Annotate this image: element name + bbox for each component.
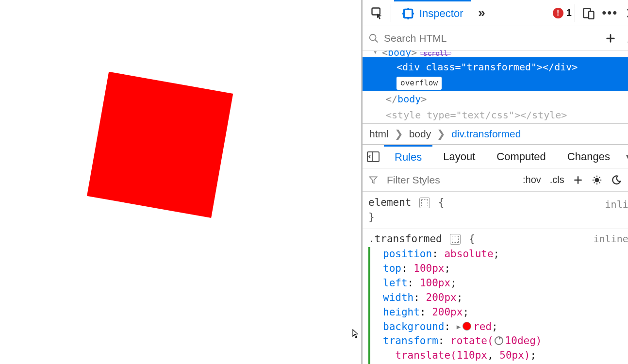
decl-width[interactable]: width: 200px; [383,291,628,305]
rule-selector: .transformed [368,233,442,245]
tree-row[interactable]: </body> [363,91,628,107]
close-icon[interactable] [621,2,628,24]
rules-pane[interactable]: inline element { } inline:2 .transformed… [363,192,628,364]
rule-transformed[interactable]: inline:2 .transformed { position: absolu… [363,229,628,364]
flex-highlight-icon[interactable] [450,234,461,245]
html-search-row [363,26,628,50]
new-rule-icon[interactable] [573,175,583,185]
chevron-right-icon: ❯ [437,128,446,140]
svg-line-20 [594,182,595,183]
crumb-body[interactable]: body [409,128,431,140]
dark-scheme-icon[interactable] [611,175,622,185]
devtools-panel: Inspector » ! 1 ••• <body>scroll [362,0,628,364]
filter-styles-input[interactable] [387,174,514,186]
inspector-label: Inspector [419,7,463,20]
error-icon: ! [553,8,563,18]
angle-icon[interactable] [495,336,503,345]
devtools-toolbar: Inspector » ! 1 ••• [363,0,628,26]
flex-highlight-icon[interactable] [419,198,430,208]
overflow-chip: overflow [397,77,442,90]
filter-styles-row: :hov .cls [363,168,628,192]
pick-element-icon[interactable] [366,2,388,24]
sidebar-toggle-icon[interactable] [363,151,384,162]
error-count: 1 [566,7,572,18]
error-count-badge[interactable]: ! 1 [553,7,572,18]
svg-line-18 [599,182,600,183]
hov-toggle[interactable]: :hov [523,174,541,185]
svg-rect-1 [404,9,412,17]
tab-rules[interactable]: Rules [384,145,432,168]
rule-source[interactable]: inline [605,198,628,211]
svg-rect-7 [589,11,594,18]
rule-source[interactable]: inline:2 [593,232,628,246]
light-scheme-icon[interactable] [592,175,602,185]
tab-layout[interactable]: Layout [432,145,486,168]
eyedropper-icon[interactable] [624,28,628,49]
tab-computed[interactable]: Computed [486,145,557,168]
svg-line-9 [375,39,378,42]
tree-row-selected[interactable]: <div class="transformed"></div> overflow [363,57,628,91]
tab-changes[interactable]: Changes [557,145,621,168]
kebab-menu-icon[interactable]: ••• [599,2,621,24]
add-node-icon[interactable] [602,28,619,49]
responsive-mode-icon[interactable] [578,2,599,24]
funnel-icon [368,175,378,185]
tree-row[interactable]: <style type="text/css"></style> [363,107,628,123]
html-search-input[interactable] [384,33,597,44]
svg-rect-0 [372,8,380,15]
chevron-down-icon[interactable]: ▾ [621,152,628,161]
more-tabs-icon[interactable]: » [471,2,493,24]
cursor-icon [352,329,359,339]
transformed-box [87,72,233,218]
scroll-chip: scroll [420,52,451,55]
breadcrumbs: html ❯ body ❯ div.transformed [363,124,628,145]
html-tree[interactable]: <body>scroll <div class="transformed"></… [363,50,628,124]
page-viewport [0,0,362,364]
svg-point-12 [595,178,599,182]
inspector-icon [402,7,414,20]
decl-left[interactable]: left: 100px; [383,276,628,291]
decl-transform-translate[interactable]: translate(110px, 50px); [383,348,628,363]
declaration-list: position: absolute; top: 100px; left: 10… [368,247,628,364]
rule-element[interactable]: inline element { } [363,195,628,226]
decl-transform[interactable]: transform: rotate(10deg) [383,334,628,348]
search-icon [368,33,379,44]
svg-line-17 [594,177,595,178]
tree-row[interactable]: <body>scroll [363,50,628,57]
decl-height[interactable]: height: 200px; [383,305,628,320]
svg-point-8 [370,34,376,40]
rule-selector: element [368,197,412,208]
color-swatch-icon[interactable] [463,322,471,331]
expand-icon[interactable]: ▶ [457,323,461,331]
decl-top[interactable]: top: 100px; [383,262,628,276]
decl-background[interactable]: background: ▶red; [383,320,628,334]
tab-inspector[interactable]: Inspector [394,0,471,26]
svg-line-19 [599,177,600,178]
decl-position[interactable]: position: absolute; [383,247,628,262]
cls-toggle[interactable]: .cls [550,174,564,185]
rules-subtabs: Rules Layout Computed Changes ▾ [363,145,628,168]
chevron-right-icon: ❯ [395,128,403,140]
crumb-html[interactable]: html [369,128,389,140]
crumb-active[interactable]: div.transformed [451,128,521,140]
